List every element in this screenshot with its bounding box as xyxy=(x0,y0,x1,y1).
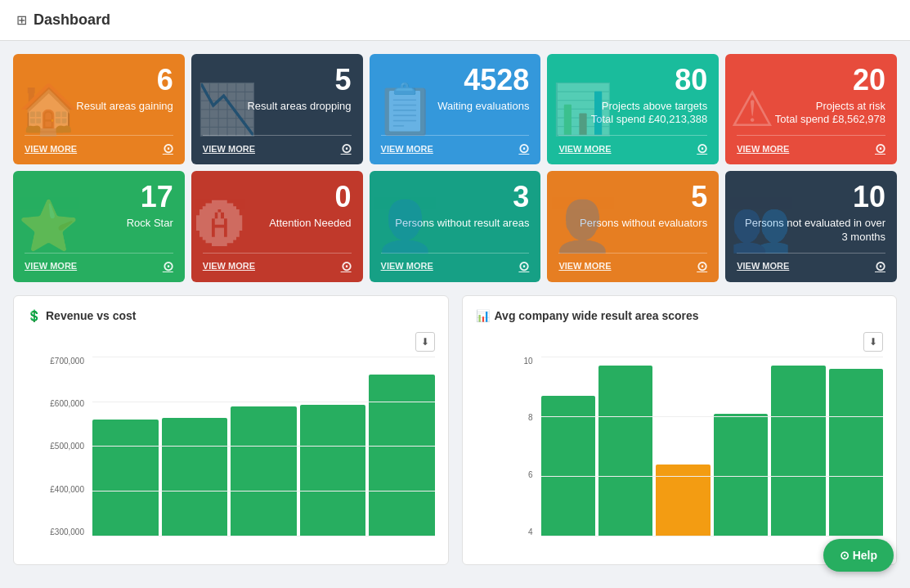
bar-item xyxy=(231,357,297,536)
card-footer[interactable]: VIEW MORE ⊙ xyxy=(558,253,707,274)
card-bg-icon: ⚠ xyxy=(730,85,774,134)
bar-chart-container: 10864 xyxy=(476,357,884,536)
chart-icon: 📊 xyxy=(476,309,490,322)
bar-item xyxy=(714,357,768,536)
card-bg-icon: 👤 xyxy=(552,202,613,251)
bar-fill xyxy=(300,405,366,536)
chart-area: ⬇ 10864 xyxy=(476,332,884,553)
card-link[interactable]: VIEW MORE xyxy=(737,261,789,271)
bar-item xyxy=(369,357,435,536)
bar-fill xyxy=(598,366,652,536)
cards-grid: 🏠 6 Result areas gaining VIEW MORE ⊙ 📉 5… xyxy=(13,54,897,282)
bar-fill xyxy=(231,406,297,536)
card-projects-at-risk[interactable]: ⚠ 20 Projects at riskTotal spend £8,562,… xyxy=(725,54,897,164)
dashboard-icon: ⊞ xyxy=(16,12,27,28)
card-bg-icon: ⭐ xyxy=(18,202,79,251)
card-footer[interactable]: VIEW MORE ⊙ xyxy=(737,135,885,156)
card-footer[interactable]: VIEW MORE ⊙ xyxy=(203,253,352,274)
card-bg-icon: 🏠 xyxy=(18,85,79,134)
y-axis-labels: £700,000£600,000£500,000£400,000£300,000 xyxy=(27,357,88,536)
card-arrow-icon: ⊙ xyxy=(163,258,173,274)
bar-fill xyxy=(771,366,825,536)
chart-title-text: Revenue vs cost xyxy=(46,309,137,322)
bar-fill xyxy=(92,420,159,536)
card-persons-without-evaluators[interactable]: 👤 5 Persons without evaluators VIEW MORE… xyxy=(547,171,719,281)
bar-item xyxy=(541,357,595,536)
card-projects-above-targets[interactable]: 📊 80 Projects above targetsTotal spend £… xyxy=(547,54,719,164)
card-attention-needed[interactable]: 🅐 0 Attention Needed VIEW MORE ⊙ xyxy=(191,171,363,281)
chart-title: 📊 Avg company wide result area scores xyxy=(476,309,884,322)
bars-group xyxy=(92,357,435,536)
card-bg-icon: 📊 xyxy=(552,85,613,134)
chart-title: 💲 Revenue vs cost xyxy=(27,309,435,322)
chart-panel-avg-scores: 📊 Avg company wide result area scores ⬇ … xyxy=(462,295,898,565)
card-footer[interactable]: VIEW MORE ⊙ xyxy=(25,135,173,156)
bar-item xyxy=(656,357,710,536)
card-link[interactable]: VIEW MORE xyxy=(25,144,77,154)
bar-fill xyxy=(369,375,435,536)
card-result-areas-dropping[interactable]: 📉 5 Result areas dropping VIEW MORE ⊙ xyxy=(191,54,363,164)
bars-group xyxy=(541,357,884,536)
card-arrow-icon: ⊙ xyxy=(341,258,352,274)
chart-panel-revenue-vs-cost: 💲 Revenue vs cost ⬇ £700,000£600,000£500… xyxy=(13,295,449,565)
help-button[interactable]: ⊙ Help xyxy=(823,539,894,572)
card-link[interactable]: VIEW MORE xyxy=(558,144,611,154)
card-link[interactable]: VIEW MORE xyxy=(381,144,433,154)
card-footer[interactable]: VIEW MORE ⊙ xyxy=(25,253,173,274)
card-bg-icon: 👤 xyxy=(374,202,436,251)
card-arrow-icon: ⊙ xyxy=(875,258,885,274)
bar-fill xyxy=(714,414,768,536)
card-result-areas-gaining[interactable]: 🏠 6 Result areas gaining VIEW MORE ⊙ xyxy=(13,54,185,164)
card-arrow-icon: ⊙ xyxy=(697,141,707,156)
card-arrow-icon: ⊙ xyxy=(875,141,885,156)
charts-row: 💲 Revenue vs cost ⬇ £700,000£600,000£500… xyxy=(13,295,897,565)
card-rock-star[interactable]: ⭐ 17 Rock Star VIEW MORE ⊙ xyxy=(13,171,185,281)
card-arrow-icon: ⊙ xyxy=(518,258,529,274)
card-link[interactable]: VIEW MORE xyxy=(737,144,789,154)
card-link[interactable]: VIEW MORE xyxy=(203,261,255,271)
bar-item xyxy=(771,357,825,536)
bar-item xyxy=(92,357,159,536)
card-footer[interactable]: VIEW MORE ⊙ xyxy=(558,135,707,156)
card-waiting-evaluations[interactable]: 📋 4528 Waiting evaluations VIEW MORE ⊙ xyxy=(370,54,541,164)
card-arrow-icon: ⊙ xyxy=(518,141,529,156)
bar-item xyxy=(162,357,228,536)
card-link[interactable]: VIEW MORE xyxy=(381,261,433,271)
bar-fill xyxy=(656,465,710,536)
card-link[interactable]: VIEW MORE xyxy=(25,261,77,271)
card-arrow-icon: ⊙ xyxy=(163,141,173,156)
card-footer[interactable]: VIEW MORE ⊙ xyxy=(737,253,885,274)
card-bg-icon: 👥 xyxy=(730,202,791,251)
card-bg-icon: 🅐 xyxy=(196,202,245,251)
card-persons-not-evaluated[interactable]: 👥 10 Persons not evaluated in over 3 mon… xyxy=(725,171,897,281)
card-footer[interactable]: VIEW MORE ⊙ xyxy=(381,253,530,274)
card-footer[interactable]: VIEW MORE ⊙ xyxy=(203,135,352,156)
chart-download-button[interactable]: ⬇ xyxy=(415,332,435,352)
bar-fill xyxy=(162,418,228,536)
card-arrow-icon: ⊙ xyxy=(341,141,352,156)
card-link[interactable]: VIEW MORE xyxy=(558,261,611,271)
y-axis-labels: 10864 xyxy=(476,357,537,536)
chart-title-text: Avg company wide result area scores xyxy=(495,309,699,322)
chart-icon: 💲 xyxy=(27,309,41,322)
page-header: ⊞ Dashboard xyxy=(0,0,910,41)
page-title: Dashboard xyxy=(34,11,110,29)
card-persons-without-result-areas[interactable]: 👤 3 Persons without result areas VIEW MO… xyxy=(370,171,541,281)
card-arrow-icon: ⊙ xyxy=(697,258,707,274)
bar-fill xyxy=(829,369,883,536)
dashboard-content: 🏠 6 Result areas gaining VIEW MORE ⊙ 📉 5… xyxy=(0,41,910,578)
bar-item xyxy=(829,357,883,536)
bar-chart-container: £700,000£600,000£500,000£400,000£300,000 xyxy=(27,357,435,536)
chart-area: ⬇ £700,000£600,000£500,000£400,000£300,0… xyxy=(27,332,435,553)
card-footer[interactable]: VIEW MORE ⊙ xyxy=(381,135,530,156)
card-link[interactable]: VIEW MORE xyxy=(203,144,255,154)
bar-item xyxy=(598,357,652,536)
bar-item xyxy=(300,357,366,536)
bar-fill xyxy=(541,396,595,536)
card-bg-icon: 📋 xyxy=(374,85,436,134)
card-bg-icon: 📉 xyxy=(196,85,258,134)
chart-download-button[interactable]: ⬇ xyxy=(863,332,883,352)
